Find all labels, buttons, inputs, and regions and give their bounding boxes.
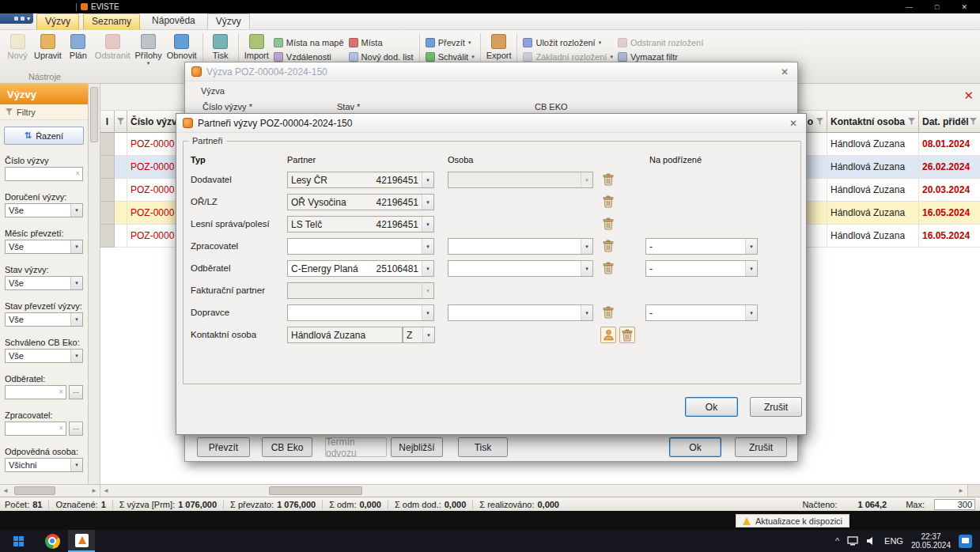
delete-partner-button[interactable] bbox=[601, 238, 615, 254]
minimize-button[interactable]: — bbox=[906, 3, 913, 11]
import-button[interactable]: Import bbox=[242, 32, 271, 62]
dialog-titlebar[interactable]: Výzva POZ-00004-2024-150 ✕ bbox=[185, 62, 797, 81]
na-podrizene-combo-odberatel[interactable]: - ▾ bbox=[645, 260, 758, 277]
export-button[interactable]: Export bbox=[484, 32, 514, 62]
prevzit-button[interactable]: Převzít bbox=[197, 437, 250, 457]
add-person-button[interactable] bbox=[600, 327, 616, 343]
scroll-right-icon[interactable]: ► bbox=[958, 487, 964, 494]
zpracovatel-input[interactable]: × bbox=[5, 422, 66, 436]
delete-partner-button[interactable] bbox=[601, 260, 615, 276]
edit-button[interactable]: Upravit bbox=[32, 32, 64, 62]
mesic-prevzeti-select[interactable]: Vše ▾ bbox=[5, 240, 83, 254]
close-button[interactable]: ✕ bbox=[961, 3, 967, 11]
partner-combo-lesni-sprava[interactable]: LS Telč 42196451 ▾ bbox=[287, 216, 434, 233]
scrollbar-thumb[interactable] bbox=[269, 486, 362, 495]
ok-button[interactable]: Ok bbox=[685, 397, 738, 417]
close-icon[interactable]: ✕ bbox=[787, 118, 800, 129]
stav-vyzvy-select[interactable]: Vše ▾ bbox=[5, 276, 83, 290]
na-podrizene-combo-zpracovatel[interactable]: - ▾ bbox=[645, 238, 758, 255]
odberatel-lookup-button[interactable]: ... bbox=[69, 385, 83, 399]
nejblizsi-button[interactable]: Nejbližší bbox=[391, 437, 443, 457]
column-header-dat-pridel[interactable]: Dat. přiděl bbox=[919, 111, 980, 133]
sort-button[interactable]: ⇅ Řazení bbox=[4, 127, 84, 145]
partner-combo-or-lz[interactable]: OŘ Vysočina 42196451 ▾ bbox=[287, 194, 434, 210]
tisk-button[interactable]: Tisk bbox=[458, 437, 508, 457]
stav-prevzeti-select[interactable]: Vše ▾ bbox=[5, 312, 83, 327]
osoba-combo-odberatel[interactable]: ▾ bbox=[448, 260, 593, 277]
ribbon-tab-napoveda[interactable]: Nápověda bbox=[144, 13, 203, 29]
close-icon[interactable]: ✕ bbox=[778, 66, 791, 78]
odberatel-input[interactable]: × bbox=[5, 385, 66, 399]
delete-partner-button[interactable] bbox=[601, 304, 615, 320]
column-header-kontaktni-osoba[interactable]: Kontaktní osoba bbox=[827, 111, 919, 133]
delete-partner-button[interactable] bbox=[601, 172, 615, 187]
odpovedna-osoba-select[interactable]: Všichni ▾ bbox=[5, 458, 83, 472]
max-input[interactable]: 300 bbox=[934, 499, 975, 510]
takeover-button[interactable]: Převzít ▾ bbox=[426, 36, 475, 48]
ribbon-tab-vyzvy-active[interactable]: Výzvy bbox=[207, 13, 250, 29]
chevron-up-icon[interactable]: ^ bbox=[835, 536, 839, 546]
column-header-indicator[interactable]: I bbox=[100, 111, 115, 133]
partner-combo-zpracovatel[interactable]: ▾ bbox=[287, 238, 434, 255]
ribbon-tab-vyzvy[interactable]: Výzvy bbox=[36, 13, 79, 29]
save-layout-button[interactable]: Uložit rozložení ▾ bbox=[523, 36, 612, 48]
delete-partner-button[interactable] bbox=[601, 216, 615, 232]
plan-button[interactable]: Plán bbox=[64, 32, 93, 62]
zpracovatel-lookup-button[interactable]: ... bbox=[69, 422, 83, 436]
osoba-combo-dopravce[interactable]: ▾ bbox=[448, 304, 593, 321]
map-places-button[interactable]: Místa na mapě bbox=[274, 36, 344, 48]
kontaktni-osoba-z-combo[interactable]: Z ▾ bbox=[403, 327, 435, 343]
maximize-button[interactable]: □ bbox=[935, 3, 939, 11]
volume-icon[interactable] bbox=[866, 536, 876, 546]
clear-icon[interactable]: × bbox=[59, 424, 63, 433]
language-indicator[interactable]: ENG bbox=[884, 536, 903, 546]
notification-center-icon[interactable] bbox=[959, 535, 972, 548]
new-button[interactable]: Nový bbox=[3, 32, 32, 62]
remove-layout-button[interactable]: Odstranit rozložení bbox=[618, 36, 703, 48]
ok-button[interactable]: Ok bbox=[669, 437, 721, 457]
filters-header[interactable]: Filtry bbox=[0, 104, 88, 120]
doruceni-vyzvy-select[interactable]: Vše ▾ bbox=[5, 203, 83, 217]
app-taskbar-item[interactable] bbox=[68, 530, 95, 552]
partner-combo-dopravce[interactable]: ▾ bbox=[287, 304, 434, 321]
approve-button[interactable]: Schválit ▾ bbox=[426, 51, 475, 62]
quick-access-toolbar[interactable]: ▾ bbox=[0, 13, 33, 24]
scroll-left-icon[interactable]: ◄ bbox=[103, 487, 109, 494]
partner-combo-dodavatel[interactable]: Lesy ČR 42196451 ▾ bbox=[287, 172, 434, 188]
sidebar-horizontal-scrollbar[interactable]: ◄ ► bbox=[0, 484, 100, 497]
na-podrizene-combo-dopravce[interactable]: - ▾ bbox=[645, 304, 758, 321]
termin-odvozu-button[interactable]: Termín odvozu bbox=[325, 437, 387, 457]
clear-filter-button[interactable]: Vymazat filtr bbox=[618, 51, 703, 62]
display-icon[interactable] bbox=[847, 536, 858, 546]
new-delivery-note-button[interactable]: Nový dod. list bbox=[349, 51, 414, 62]
scrollbar-thumb[interactable] bbox=[90, 87, 98, 142]
delete-button[interactable]: Odstranit bbox=[93, 32, 133, 62]
taskbar-clock[interactable]: 22:37 20.05.2024 bbox=[911, 532, 951, 550]
print-button[interactable]: Tisk bbox=[206, 32, 235, 62]
kontaktni-osoba-combo[interactable]: Hándlová Zuzana bbox=[287, 327, 403, 343]
partner-combo-odberatel[interactable]: C-Energy Planá 25106481 ▾ bbox=[287, 260, 434, 277]
schvaleno-cb-eko-select[interactable]: Vše ▾ bbox=[5, 349, 83, 363]
scrollbar-thumb[interactable] bbox=[14, 486, 55, 495]
clear-icon[interactable]: × bbox=[75, 169, 80, 179]
ribbon-tab-seznamy[interactable]: Seznamy bbox=[83, 13, 140, 29]
sidebar-vertical-scrollbar[interactable] bbox=[89, 84, 100, 484]
browser-taskbar-item[interactable] bbox=[36, 530, 68, 552]
default-layout-button[interactable]: Základní rozložení ▾ bbox=[523, 51, 612, 62]
update-notification[interactable]: Aktualizace k dispozici bbox=[736, 514, 849, 527]
scroll-right-icon[interactable]: ► bbox=[91, 487, 97, 494]
places-button[interactable]: Místa bbox=[349, 36, 414, 48]
distances-button[interactable]: Vzdálenosti bbox=[274, 51, 344, 62]
cancel-button[interactable]: Zrušit bbox=[750, 397, 802, 417]
cancel-button[interactable]: Zrušit bbox=[735, 437, 787, 457]
grid-horizontal-scrollbar[interactable]: ◄ ► bbox=[100, 484, 980, 497]
scroll-left-icon[interactable]: ◄ bbox=[2, 487, 9, 494]
refresh-button[interactable]: Obnovit bbox=[165, 32, 199, 62]
close-panel-icon[interactable]: ✕ bbox=[963, 89, 974, 103]
attachments-button[interactable]: Přílohy ▾ bbox=[132, 32, 164, 67]
clear-icon[interactable]: × bbox=[59, 388, 63, 397]
cislo-vyzvy-input[interactable]: × bbox=[5, 167, 83, 181]
column-header-filter[interactable] bbox=[115, 111, 127, 133]
cb-eko-button[interactable]: CB Eko bbox=[262, 437, 312, 457]
osoba-combo-zpracovatel[interactable]: ▾ bbox=[448, 238, 593, 255]
